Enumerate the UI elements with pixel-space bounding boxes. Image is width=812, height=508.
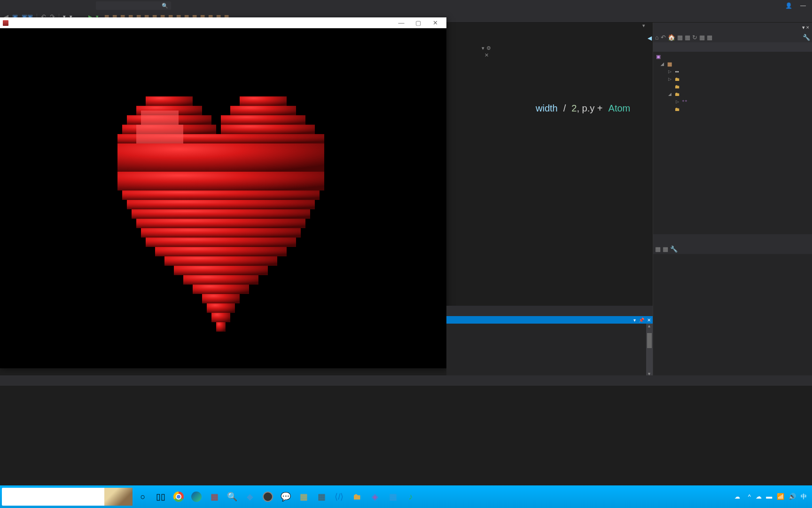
wrench-icon[interactable]: 🔧 bbox=[803, 34, 810, 41]
everything-icon[interactable]: 🔍 bbox=[224, 488, 241, 506]
editor-visible-strip: ▾ ⚙ ✕ ▾ width / 2, p.y + Atom ◀ bbox=[536, 23, 653, 324]
taskbar-search[interactable] bbox=[2, 488, 105, 506]
svg-rect-26 bbox=[141, 111, 179, 125]
volume-icon[interactable]: 🔊 bbox=[789, 493, 797, 500]
system-tray[interactable]: ^ ☁ ▬ 📶 🔊 中 bbox=[748, 492, 808, 501]
refs-icon: ▪▪ bbox=[674, 69, 680, 74]
svg-rect-19 bbox=[174, 266, 268, 275]
home-icon[interactable]: 🏠 bbox=[668, 34, 675, 41]
scroll-thumb[interactable] bbox=[647, 333, 652, 348]
tool-icon[interactable]: ▦ bbox=[685, 34, 690, 41]
app-icon[interactable]: ▦ bbox=[384, 488, 401, 506]
heart-titlebar[interactable]: — ▢ ✕ bbox=[0, 17, 446, 28]
svg-rect-15 bbox=[141, 228, 301, 238]
close-icon[interactable]: ✕ bbox=[647, 318, 651, 323]
code-fragment: width / 2, p.y + Atom bbox=[536, 103, 630, 114]
obs-icon[interactable] bbox=[259, 488, 276, 506]
output-panel-body[interactable]: ▲ ▼ bbox=[446, 324, 653, 376]
tray-icon[interactable]: ☁ bbox=[756, 493, 763, 500]
svg-rect-14 bbox=[136, 219, 305, 228]
go-button[interactable]: ◀ bbox=[648, 35, 652, 41]
heart-canvas bbox=[0, 28, 446, 368]
svg-rect-7 bbox=[221, 125, 315, 134]
solution-toolbar: ⌂ ↶ 🏠 ▦ ▦ ↻ ▦ ▦ 🔧 bbox=[653, 32, 812, 42]
svg-rect-5 bbox=[221, 115, 305, 125]
taskbar-weather[interactable]: ☁ bbox=[734, 493, 744, 500]
svg-rect-24 bbox=[211, 313, 230, 322]
heart-close[interactable]: ✕ bbox=[427, 19, 444, 26]
svg-rect-10 bbox=[117, 172, 324, 190]
cpp-icon: ⁺⁺ bbox=[681, 99, 688, 105]
svg-rect-18 bbox=[164, 256, 277, 266]
categorize-icon[interactable]: ▦ bbox=[655, 246, 661, 253]
search-box[interactable]: 🔍 bbox=[96, 1, 171, 10]
sync-icon[interactable]: ▦ bbox=[677, 34, 683, 41]
alpha-icon[interactable]: ▦ bbox=[663, 246, 668, 253]
home-icon[interactable]: ⌂ bbox=[655, 34, 659, 41]
svg-rect-3 bbox=[230, 106, 296, 115]
solution-icon: ▣ bbox=[655, 54, 662, 60]
svg-rect-16 bbox=[146, 238, 296, 247]
app-icon[interactable]: ▦ bbox=[295, 488, 312, 506]
windows-taskbar: ○ ▯▯ ▦ 🔍 ◆ 💬 ▦ ▦ ⟨/⟩ 🖿 ◈ ▦ ♪ ☁ ^ ☁ ▬ 📶 🔊… bbox=[0, 485, 812, 508]
task-view-icon[interactable]: ▯▯ bbox=[152, 488, 169, 506]
heart-app-window: — ▢ ✕ bbox=[0, 17, 446, 368]
tool-icon[interactable]: ▦ bbox=[699, 34, 705, 41]
svg-rect-13 bbox=[132, 209, 310, 219]
vscode-icon[interactable]: ⟨/⟩ bbox=[331, 488, 348, 506]
back-icon[interactable]: ↶ bbox=[661, 34, 666, 41]
svg-rect-20 bbox=[183, 275, 258, 285]
folder-icon: 🖿 bbox=[674, 76, 680, 82]
svg-rect-25 bbox=[216, 322, 226, 332]
wechat-icon[interactable]: 💬 bbox=[277, 488, 294, 506]
heart-maximize[interactable]: ▢ bbox=[410, 19, 427, 26]
weather-icon: ☁ bbox=[734, 493, 740, 500]
output-panel-header[interactable]: ▾ 📌 ✕ bbox=[446, 316, 653, 324]
solution-header[interactable]: ▾ × bbox=[653, 23, 812, 32]
qq-music-icon[interactable]: ♪ bbox=[402, 488, 419, 506]
svg-rect-21 bbox=[193, 285, 249, 294]
close-icon[interactable]: ✕ bbox=[484, 52, 489, 58]
svg-rect-23 bbox=[207, 303, 235, 313]
solution-search[interactable] bbox=[653, 42, 812, 52]
wifi-icon[interactable]: 📶 bbox=[777, 493, 785, 500]
folder-icon: 🖿 bbox=[674, 91, 680, 97]
dropdown-icon[interactable]: ▾ bbox=[633, 318, 636, 323]
dropdown-icon[interactable]: ▾ ⚙ bbox=[482, 45, 491, 51]
svg-rect-17 bbox=[155, 247, 287, 256]
folder-icon: 🖿 bbox=[674, 106, 680, 112]
project-icon: ▦ bbox=[666, 61, 673, 67]
edge-icon[interactable] bbox=[188, 488, 205, 506]
search-icon: 🔍 bbox=[162, 3, 168, 9]
login-button[interactable]: 👤 bbox=[785, 2, 792, 9]
refresh-icon[interactable]: ↻ bbox=[692, 34, 697, 41]
vs-icon[interactable]: ◈ bbox=[367, 488, 383, 506]
tool-icon[interactable]: ▦ bbox=[707, 34, 712, 41]
folder-icon: 🖿 bbox=[674, 84, 680, 89]
heart-minimize[interactable]: — bbox=[393, 19, 410, 26]
tray-icon[interactable]: ▬ bbox=[766, 493, 773, 500]
heart-app-icon bbox=[3, 20, 8, 26]
ime-icon[interactable]: 中 bbox=[801, 493, 808, 500]
properties-header[interactable] bbox=[653, 234, 812, 244]
ide-bottom-bar bbox=[0, 375, 812, 386]
minimize-button[interactable]: — bbox=[796, 2, 810, 9]
taskbar-news-widget[interactable] bbox=[104, 488, 133, 506]
properties-panel: ▦ ▦ 🔧 bbox=[653, 234, 812, 375]
properties-toolbar: ▦ ▦ 🔧 bbox=[653, 244, 812, 254]
pin-icon[interactable]: 📌 bbox=[639, 318, 644, 323]
explorer-icon[interactable]: 🖿 bbox=[349, 488, 366, 506]
chrome-icon[interactable] bbox=[170, 488, 187, 506]
editor-status-bar bbox=[446, 306, 653, 316]
svg-rect-0 bbox=[146, 96, 193, 106]
app-icon[interactable]: ▦ bbox=[206, 488, 223, 506]
app-icon[interactable]: ◆ bbox=[242, 488, 258, 506]
output-scrollbar[interactable]: ▲ ▼ bbox=[646, 324, 653, 376]
svg-rect-9 bbox=[117, 143, 324, 172]
svg-rect-27 bbox=[136, 125, 183, 143]
app-icon[interactable]: ▦ bbox=[313, 488, 330, 506]
cortana-icon[interactable]: ○ bbox=[134, 488, 151, 506]
wrench-icon[interactable]: 🔧 bbox=[670, 246, 678, 253]
svg-rect-11 bbox=[122, 190, 320, 200]
chevron-up-icon[interactable]: ^ bbox=[748, 493, 752, 500]
